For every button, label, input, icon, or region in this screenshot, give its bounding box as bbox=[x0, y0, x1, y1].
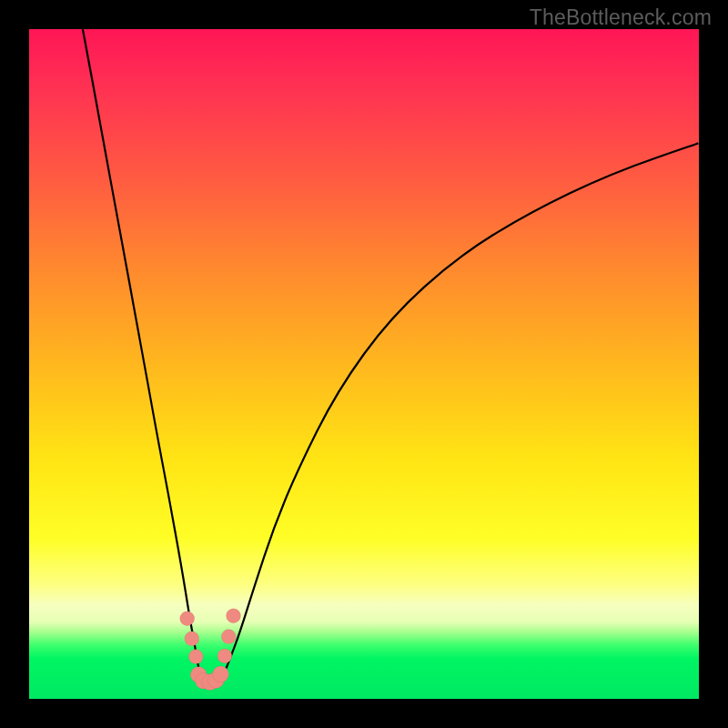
curve-left-branch bbox=[83, 29, 204, 685]
plot-area bbox=[29, 29, 699, 699]
marker-bead bbox=[213, 666, 229, 682]
curve-right-branch bbox=[217, 143, 699, 685]
curve-layer bbox=[29, 29, 699, 699]
marker-bead bbox=[221, 630, 236, 644]
marker-bead bbox=[180, 612, 195, 626]
marker-bead bbox=[188, 650, 203, 664]
marker-bead bbox=[185, 632, 199, 646]
marker-bead bbox=[217, 649, 232, 663]
marker-bead bbox=[227, 609, 241, 623]
watermark-text: TheBottleneck.com bbox=[530, 5, 712, 30]
marker-beads bbox=[180, 609, 241, 691]
chart-frame: TheBottleneck.com bbox=[0, 0, 728, 728]
